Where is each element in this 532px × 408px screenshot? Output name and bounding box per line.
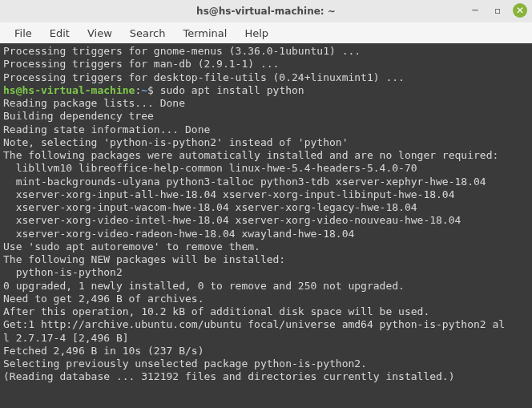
maximize-button[interactable]: ▫ [490,3,505,18]
terminal-line: Processing triggers for desktop-file-uti… [3,71,529,84]
prompt-line: hs@hs-virtual-machine:~$ sudo apt instal… [3,84,529,97]
prompt-dollar: $ [147,84,160,96]
terminal-line: xserver-xorg-input-all-hwe-18.04 xserver… [3,188,529,201]
terminal-line: Reading state information... Done [3,123,529,136]
minimize-icon: ─ [472,5,478,16]
close-icon: ✕ [516,5,524,16]
terminal-line: Use 'sudo apt autoremove' to remove them… [3,240,529,253]
menu-help[interactable]: Help [236,25,276,42]
window-controls: ─ ▫ ✕ [468,3,527,18]
terminal-line: libllvm10 libreoffice-help-common linux-… [3,162,529,175]
menu-search[interactable]: Search [122,25,174,42]
prompt-command: sudo apt install python [160,84,304,96]
terminal-line: Processing triggers for gnome-menus (3.3… [3,45,529,58]
menu-file[interactable]: File [6,25,40,42]
window-title: hs@hs-virtual-machine: ~ [196,6,336,17]
terminal-line: mint-backgrounds-ulyana python3-talloc p… [3,176,529,188]
terminal-line: Note, selecting 'python-is-python2' inst… [3,136,529,149]
prompt-userhost: hs@hs-virtual-machine [3,84,135,96]
terminal-line: xserver-xorg-input-wacom-hwe-18.04 xserv… [3,201,529,214]
menu-view[interactable]: View [79,25,120,42]
menubar: File Edit View Search Terminal Help [0,22,532,43]
terminal-line: Selecting previously unselected package … [3,358,529,370]
terminal-line: xserver-xorg-video-intel-hwe-18.04 xserv… [3,214,529,227]
terminal-line: l 2.7.17-4 [2,496 B] [3,332,529,345]
terminal-line: After this operation, 10.2 kB of additio… [3,305,529,318]
terminal-line: 0 upgraded, 1 newly installed, 0 to remo… [3,280,529,293]
minimize-button[interactable]: ─ [468,3,482,18]
terminal-line: Reading package lists... Done [3,97,529,110]
menu-edit[interactable]: Edit [42,25,78,42]
terminal-line: Fetched 2,496 B in 10s (237 B/s) [3,345,529,358]
close-button[interactable]: ✕ [513,3,527,18]
maximize-icon: ▫ [494,5,501,16]
terminal-line: Building dependency tree [3,110,529,123]
menu-terminal[interactable]: Terminal [175,25,235,42]
terminal-area[interactable]: Processing triggers for gnome-menus (3.3… [0,43,532,408]
terminal-line: xserver-xorg-video-radeon-hwe-18.04 xway… [3,228,529,240]
terminal-line: (Reading database ... 312192 files and d… [3,370,529,383]
prompt-path: ~ [141,84,147,96]
terminal-line: python-is-python2 [3,266,529,279]
terminal-line: The following NEW packages will be insta… [3,253,529,266]
titlebar: hs@hs-virtual-machine: ~ ─ ▫ ✕ [0,0,532,22]
terminal-line: Processing triggers for man-db (2.9.1-1)… [3,58,529,71]
terminal-line: The following packages were automaticall… [3,149,529,162]
terminal-line: Get:1 http://archive.ubuntu.com/ubuntu f… [3,318,529,331]
terminal-line: Need to get 2,496 B of archives. [3,293,529,305]
